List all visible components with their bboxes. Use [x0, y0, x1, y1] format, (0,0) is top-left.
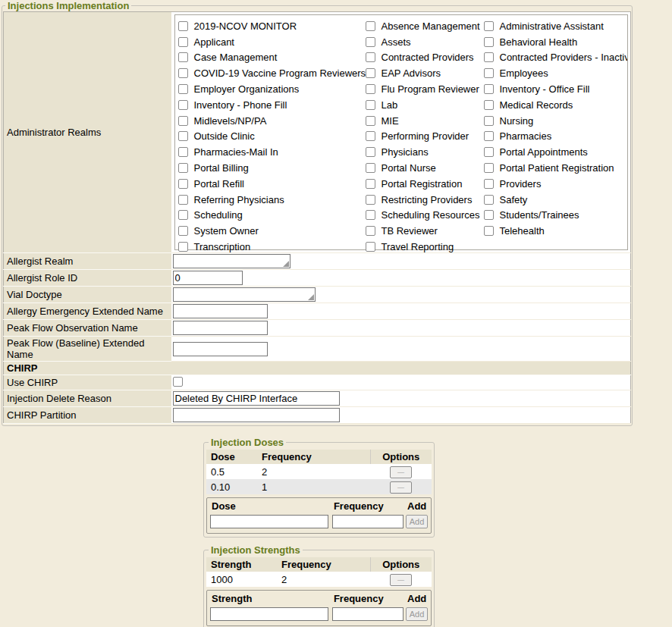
realm-checkbox[interactable]: [366, 210, 375, 220]
realm-checkbox-item[interactable]: Contracted Providers: [366, 50, 484, 66]
realm-checkbox[interactable]: [484, 100, 494, 110]
new-strength-frequency-input[interactable]: [332, 607, 404, 621]
realm-checkbox-item[interactable]: Absence Management: [366, 18, 484, 34]
realm-checkbox[interactable]: [178, 21, 188, 31]
realm-checkbox[interactable]: [178, 100, 188, 110]
realm-checkbox-item[interactable]: 2019-NCOV MONITOR: [178, 18, 366, 34]
new-strength-input[interactable]: [210, 607, 328, 621]
realm-checkbox-item[interactable]: Portal Appointments: [484, 144, 628, 160]
realm-checkbox-item[interactable]: Students/Trainees: [484, 208, 628, 224]
realm-checkbox[interactable]: [366, 68, 375, 78]
realm-checkbox-item[interactable]: Case Management: [178, 50, 366, 66]
new-dose-frequency-input[interactable]: [332, 515, 404, 528]
realm-checkbox-item[interactable]: Pharmacies-Mail In: [178, 144, 366, 160]
realm-checkbox[interactable]: [484, 226, 494, 236]
new-dose-input[interactable]: [210, 515, 328, 528]
realm-checkbox-item[interactable]: Inventory - Phone Fill: [178, 97, 366, 113]
realm-checkbox-item[interactable]: Lab: [366, 97, 484, 113]
allergy-emergency-extended-name-input[interactable]: [173, 304, 268, 318]
realm-checkbox-item[interactable]: Behavioral Health: [484, 34, 628, 50]
realm-checkbox-item[interactable]: Portal Patient Registration: [484, 160, 628, 176]
realm-checkbox[interactable]: [484, 21, 494, 31]
realm-checkbox[interactable]: [178, 37, 188, 47]
realm-checkbox[interactable]: [484, 116, 494, 126]
realm-checkbox[interactable]: [484, 147, 494, 157]
realm-checkbox[interactable]: [366, 179, 375, 189]
realm-checkbox-item[interactable]: Referring Physicians: [178, 192, 366, 208]
realm-checkbox-item[interactable]: Inventory - Office Fill: [484, 81, 628, 97]
allergist-role-id-input[interactable]: [173, 271, 243, 285]
strength-options-button[interactable]: —: [390, 574, 412, 586]
dose-options-button[interactable]: —: [390, 481, 412, 494]
realm-checkbox-item[interactable]: Telehealth: [484, 223, 628, 239]
realm-checkbox[interactable]: [366, 37, 375, 47]
dose-options-button[interactable]: —: [390, 466, 412, 478]
realm-checkbox-item[interactable]: Assets: [366, 34, 484, 50]
realm-checkbox[interactable]: [178, 84, 188, 94]
add-strength-button[interactable]: Add: [406, 607, 428, 621]
realm-checkbox[interactable]: [366, 147, 375, 157]
realm-checkbox-item[interactable]: Flu Program Reviewer: [366, 81, 484, 97]
realm-checkbox[interactable]: [366, 131, 375, 141]
realm-checkbox[interactable]: [178, 195, 188, 205]
peak-flow-baseline-extended-name-input[interactable]: [173, 342, 268, 356]
realm-checkbox-item[interactable]: System Owner: [178, 223, 366, 239]
realm-checkbox[interactable]: [178, 116, 188, 126]
realm-checkbox-item[interactable]: Providers: [484, 176, 628, 192]
realm-checkbox-item[interactable]: Midlevels/NP/PA: [178, 113, 366, 129]
realm-checkbox[interactable]: [484, 52, 494, 62]
realm-checkbox[interactable]: [178, 210, 188, 220]
realm-checkbox-item[interactable]: Administrative Assistant: [484, 18, 628, 34]
realm-checkbox[interactable]: [484, 68, 494, 78]
realm-checkbox[interactable]: [484, 210, 494, 220]
realm-checkbox[interactable]: [178, 68, 188, 78]
realm-checkbox[interactable]: [484, 163, 494, 173]
realm-checkbox[interactable]: [178, 163, 188, 173]
allergist-realm-input[interactable]: [173, 254, 290, 268]
realm-checkbox-item[interactable]: Pharmacies: [484, 129, 628, 145]
realm-checkbox[interactable]: [484, 179, 494, 189]
vial-doctype-input[interactable]: [173, 287, 316, 302]
realm-checkbox[interactable]: [178, 179, 188, 189]
realm-checkbox-item[interactable]: Nursing: [484, 113, 628, 129]
realm-checkbox-item[interactable]: Performing Provider: [366, 129, 484, 145]
realm-checkbox-item[interactable]: EAP Advisors: [366, 65, 484, 81]
realm-checkbox-item[interactable]: TB Reviewer: [366, 223, 484, 239]
realm-checkbox-item[interactable]: Scheduling Resources: [366, 208, 484, 224]
realm-checkbox-item[interactable]: Restricting Providers: [366, 192, 484, 208]
realm-checkbox[interactable]: [366, 84, 375, 94]
realm-checkbox-item[interactable]: Safety: [484, 192, 628, 208]
realm-checkbox[interactable]: [366, 52, 375, 62]
injection-delete-reason-input[interactable]: [173, 391, 340, 406]
realm-checkbox-item[interactable]: Portal Registration: [366, 176, 484, 192]
peak-flow-observation-name-input[interactable]: [173, 321, 268, 335]
realm-checkbox-item[interactable]: Employer Organizations: [178, 81, 366, 97]
realm-checkbox[interactable]: [178, 242, 188, 252]
realm-checkbox-item[interactable]: Portal Refill: [178, 176, 366, 192]
realm-checkbox-item[interactable]: MIE: [366, 113, 484, 129]
realm-checkbox[interactable]: [366, 242, 375, 252]
realm-checkbox-item[interactable]: Employees: [484, 65, 628, 81]
realm-checkbox[interactable]: [484, 195, 494, 205]
realm-checkbox-item[interactable]: Contracted Providers - Inactive: [484, 50, 628, 66]
realm-checkbox[interactable]: [484, 37, 494, 47]
realm-checkbox[interactable]: [366, 226, 375, 236]
realm-checkbox-item[interactable]: Travel Reporting: [366, 239, 484, 255]
chirp-partition-input[interactable]: [173, 408, 340, 422]
realm-checkbox-item[interactable]: Applicant: [178, 34, 366, 50]
realm-checkbox-item[interactable]: Scheduling: [178, 208, 366, 224]
realm-checkbox-item[interactable]: Medical Records: [484, 97, 628, 113]
realm-checkbox-item[interactable]: Portal Billing: [178, 160, 366, 176]
realm-checkbox[interactable]: [178, 226, 188, 236]
realm-checkbox[interactable]: [366, 163, 375, 173]
realm-checkbox[interactable]: [484, 84, 494, 94]
realm-checkbox[interactable]: [366, 100, 375, 110]
realm-checkbox[interactable]: [484, 131, 494, 141]
realm-checkbox-item[interactable]: Portal Nurse: [366, 160, 484, 176]
realm-checkbox[interactable]: [366, 21, 375, 31]
realm-checkbox-item[interactable]: Outside Clinic: [178, 129, 366, 145]
realm-checkbox-item[interactable]: COVID-19 Vaccine Program Reviewers: [178, 65, 366, 81]
realm-checkbox[interactable]: [178, 147, 188, 157]
realm-checkbox[interactable]: [178, 131, 188, 141]
realm-checkbox[interactable]: [178, 52, 188, 62]
